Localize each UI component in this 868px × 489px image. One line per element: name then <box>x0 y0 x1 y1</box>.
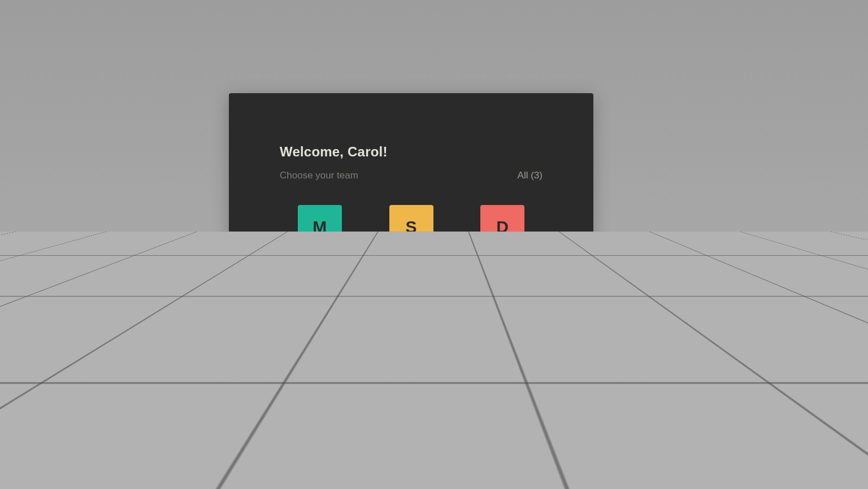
team-tile: S <box>389 205 433 249</box>
team-name-label: Demo Team <box>475 265 531 277</box>
team-name-label: Manifesto <box>297 265 342 277</box>
teams-row: M Manifesto S Sage Team D Demo Team <box>280 205 542 277</box>
all-teams-link[interactable]: All (3) <box>518 170 542 181</box>
team-tile: D <box>480 205 524 249</box>
vr-scene: Welcome, Carol! Choose your team All (3)… <box>0 0 868 489</box>
team-picker-panel: Welcome, Carol! Choose your team All (3)… <box>229 93 593 333</box>
team-card-manifesto[interactable]: M Manifesto <box>280 205 360 277</box>
team-card-sage[interactable]: S Sage Team <box>371 205 452 277</box>
subtitle-row: Choose your team All (3) <box>280 170 542 181</box>
team-card-demo[interactable]: D Demo Team <box>462 205 542 277</box>
team-name-label: Sage Team <box>385 265 437 277</box>
welcome-heading: Welcome, Carol! <box>280 144 542 160</box>
team-tile: M <box>298 205 342 249</box>
choose-team-label: Choose your team <box>280 170 358 181</box>
